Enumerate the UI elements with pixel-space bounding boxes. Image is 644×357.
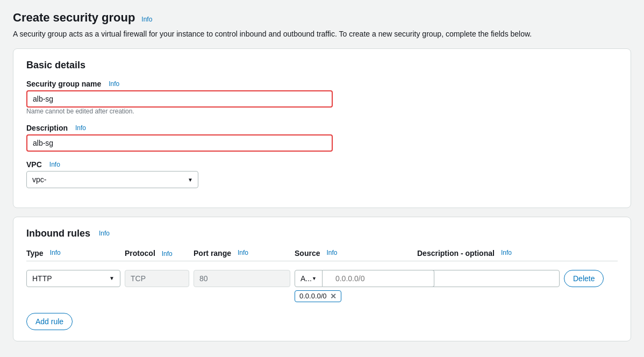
security-group-name-info-link[interactable]: Info	[109, 80, 119, 88]
col-description-header: Description - optional Info	[417, 249, 560, 258]
inbound-rules-header: Inbound rules Info	[26, 228, 618, 239]
rule-type-cell: HTTP ▼	[26, 270, 120, 287]
source-search-wrapper: 🔍	[323, 270, 434, 287]
col-source-header: Source Info	[295, 249, 413, 258]
rule-port-cell: 80	[194, 270, 290, 287]
source-tag: 0.0.0.0/0 ✕	[295, 290, 341, 302]
col-protocol-info-link[interactable]: Info	[162, 250, 173, 258]
col-actions-header	[564, 249, 618, 258]
source-input-row: A... ▼ 🔍	[295, 270, 413, 287]
security-group-name-hint: Name cannot be edited after creation.	[26, 108, 618, 115]
protocol-label: Protocol	[125, 249, 155, 258]
vpc-select-wrapper: vpc- ▼	[26, 171, 198, 188]
source-type-value: A...	[300, 274, 312, 283]
rule-protocol-value: TCP	[125, 270, 189, 287]
description-info-link[interactable]: Info	[75, 124, 86, 132]
rule-description-input[interactable]	[417, 270, 560, 287]
vpc-label: VPC Info	[26, 160, 618, 169]
add-rule-button[interactable]: Add rule	[26, 313, 73, 330]
col-description-info-link[interactable]: Info	[501, 249, 512, 256]
rule-delete-cell: Delete	[564, 270, 618, 287]
source-tag-value: 0.0.0.0/0	[299, 292, 327, 300]
source-type-arrow-icon: ▼	[312, 276, 317, 281]
rule-description-cell	[417, 270, 560, 287]
security-group-name-input[interactable]	[26, 90, 333, 108]
rule-type-dropdown[interactable]: HTTP ▼	[26, 270, 120, 287]
rule-source-cell: A... ▼ 🔍 0.0.0.0/0 ✕	[295, 270, 413, 302]
col-type-info-link[interactable]: Info	[50, 249, 61, 256]
page-title: Create security group	[13, 11, 135, 24]
vpc-select[interactable]: vpc-	[26, 171, 198, 188]
basic-details-card: Basic details Security group name Info N…	[13, 48, 631, 208]
rule-port-value: 80	[194, 270, 290, 287]
page-title-info-link[interactable]: Info	[141, 16, 152, 23]
inbound-rules-title: Inbound rules	[26, 228, 90, 239]
rule-type-arrow-icon: ▼	[109, 275, 115, 281]
description-field: Description Info	[26, 124, 618, 152]
security-group-name-field: Security group name Info Name cannot be …	[26, 80, 618, 115]
rule-type-value: HTTP	[32, 274, 52, 283]
col-protocol-header: Protocol Info	[125, 249, 189, 258]
col-source-info-link[interactable]: Info	[326, 249, 337, 256]
col-type-header: Type Info	[26, 249, 120, 258]
vpc-info-link[interactable]: Info	[49, 161, 60, 168]
security-group-name-label: Security group name Info	[26, 80, 618, 88]
page-header: Create security group Info	[13, 11, 631, 25]
inbound-rules-info-link[interactable]: Info	[99, 230, 110, 237]
vpc-field: VPC Info vpc- ▼	[26, 160, 618, 188]
source-type-dropdown[interactable]: A... ▼	[295, 270, 323, 287]
inbound-rules-table-header: Type Info Protocol Info Port range Info …	[26, 246, 618, 261]
source-search-input[interactable]	[323, 270, 434, 287]
inbound-rules-card: Inbound rules Info Type Info Protocol In…	[13, 217, 631, 341]
col-port-info-link[interactable]: Info	[238, 249, 248, 256]
rule-protocol-cell: TCP	[125, 270, 189, 287]
table-row: HTTP ▼ TCP 80 A... ▼ 🔍	[26, 266, 618, 306]
col-port-header: Port range Info	[194, 249, 290, 258]
page-description: A security group acts as a virtual firew…	[13, 29, 631, 40]
source-tag-close-icon[interactable]: ✕	[330, 292, 337, 301]
basic-details-title: Basic details	[26, 60, 618, 71]
description-label: Description Info	[26, 124, 618, 132]
delete-rule-button[interactable]: Delete	[564, 270, 604, 287]
description-input[interactable]	[26, 134, 333, 152]
